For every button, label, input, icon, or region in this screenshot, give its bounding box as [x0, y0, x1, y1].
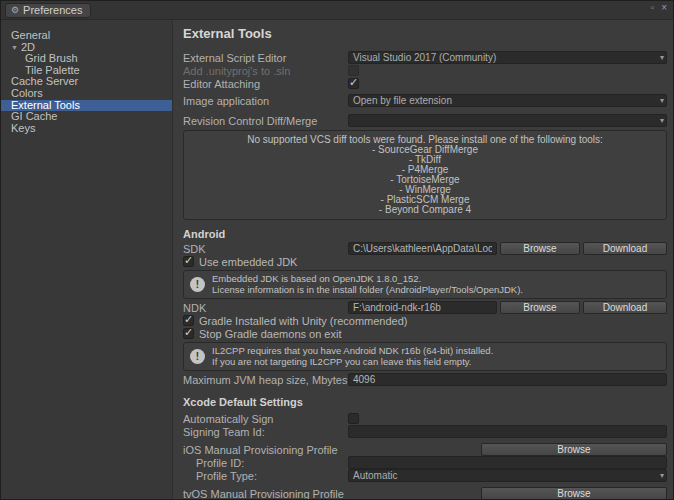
- image-application-row: Image application Open by file extension…: [183, 94, 667, 107]
- jvm-heap-label: Maximum JVM heap size, Mbytes: [183, 374, 348, 386]
- jvm-heap-input[interactable]: [348, 373, 667, 386]
- jdk-info-box: ! Embedded JDK is based on OpenJDK 1.8.0…: [183, 270, 667, 299]
- diff-merge-dropdown[interactable]: ▾: [348, 114, 667, 127]
- sidebar-item-keys[interactable]: Keys: [1, 123, 172, 135]
- ios-profile-label: iOS Manual Provisioning Profile: [183, 444, 348, 456]
- sidebar-item-external-tools[interactable]: External Tools: [1, 100, 172, 112]
- sdk-path-input[interactable]: [348, 242, 497, 255]
- ndk-label: NDK: [183, 302, 348, 314]
- ios-profile-row: iOS Manual Provisioning Profile Browse: [183, 443, 667, 456]
- sidebar-item-label: GI Cache: [11, 111, 57, 122]
- sidebar-item-label: General: [11, 30, 50, 41]
- sidebar-item-grid-brush[interactable]: Grid Brush: [1, 53, 172, 65]
- tvos-profile-row: tvOS Manual Provisioning Profile Browse: [183, 487, 667, 499]
- ndk-browse-button[interactable]: Browse: [500, 301, 580, 314]
- use-embedded-jdk-row: ✓ Use embedded JDK: [183, 255, 667, 268]
- sidebar-item-colors[interactable]: Colors: [1, 88, 172, 100]
- gradle-installed-checkbox[interactable]: ✓: [183, 315, 194, 326]
- checkmark-icon: ✓: [184, 254, 193, 267]
- close-icon[interactable]: ×: [661, 2, 667, 13]
- maximize-icon[interactable]: ▫: [651, 2, 655, 13]
- editor-attaching-label: Editor Attaching: [183, 78, 348, 90]
- vcs-tool-item: - Beyond Compare 4: [190, 205, 660, 215]
- android-section-heading: Android: [183, 228, 667, 240]
- sidebar-item-general[interactable]: General: [1, 30, 172, 42]
- sidebar-item-label: Cache Server: [11, 76, 78, 87]
- chevron-down-icon: ▾: [660, 470, 664, 482]
- image-application-dropdown[interactable]: Open by file extension ▾: [348, 94, 667, 107]
- preferences-window: ⚙ Preferences ▫ × General ▼2D Grid Brush…: [0, 0, 674, 500]
- dropdown-value: Automatic: [353, 470, 397, 481]
- il2cpp-info-line: IL2CPP requires that you have Android ND…: [212, 346, 493, 357]
- ios-profile-type-row: Profile Type: Automatic ▾: [183, 469, 667, 482]
- chevron-down-icon: ▾: [660, 115, 664, 127]
- editor-attaching-row: Editor Attaching ✓: [183, 77, 667, 90]
- sidebar-item-cache-server[interactable]: Cache Server: [1, 76, 172, 88]
- sidebar-item-2d[interactable]: ▼2D: [1, 42, 172, 54]
- sidebar-item-label: Tile Palette: [25, 65, 80, 76]
- auto-sign-checkbox[interactable]: [348, 413, 359, 424]
- window-body: General ▼2D Grid Brush Tile Palette Cach…: [1, 20, 673, 499]
- preferences-icon: ⚙: [11, 3, 19, 18]
- image-application-label: Image application: [183, 95, 348, 107]
- xcode-section-heading: Xcode Default Settings: [183, 396, 667, 408]
- checkmark-icon: ✓: [184, 313, 193, 326]
- diff-merge-label: Revision Control Diff/Merge: [183, 115, 348, 127]
- vcs-help-box: No supported VCS diff tools were found. …: [183, 130, 667, 220]
- preferences-sidebar: General ▼2D Grid Brush Tile Palette Cach…: [1, 20, 173, 499]
- ios-profile-type-dropdown[interactable]: Automatic ▾: [348, 469, 667, 482]
- sidebar-item-label: Grid Brush: [25, 53, 78, 64]
- external-script-editor-dropdown[interactable]: Visual Studio 2017 (Community) ▾: [348, 51, 667, 64]
- ndk-path-input[interactable]: [348, 301, 497, 314]
- use-embedded-jdk-checkbox[interactable]: ✓: [183, 256, 194, 267]
- stop-gradle-label: Stop Gradle daemons on exit: [199, 328, 341, 340]
- external-script-editor-row: External Script Editor Visual Studio 201…: [183, 51, 667, 64]
- dropdown-value: Open by file extension: [353, 95, 452, 106]
- sidebar-item-gi-cache[interactable]: GI Cache: [1, 111, 172, 123]
- signing-team-label: Signing Team Id:: [183, 426, 348, 438]
- sidebar-item-label: 2D: [21, 42, 35, 53]
- info-icon: !: [190, 349, 205, 364]
- info-glyph: !: [196, 279, 199, 290]
- external-tools-panel: External Tools External Script Editor Vi…: [173, 20, 673, 499]
- unityproj-checkbox: [348, 65, 359, 76]
- use-embedded-jdk-label: Use embedded JDK: [199, 256, 297, 268]
- jdk-info-line: Embedded JDK is based on OpenJDK 1.8.0_1…: [212, 274, 523, 285]
- preferences-tab[interactable]: ⚙ Preferences: [5, 3, 91, 18]
- sidebar-item-label: External Tools: [11, 100, 80, 111]
- ios-profile-id-input[interactable]: [348, 456, 667, 469]
- ios-profile-browse-button[interactable]: Browse: [481, 443, 667, 456]
- unityproj-row: Add .unityproj's to .sln: [183, 64, 667, 77]
- jdk-info-line: License information is in the install fo…: [212, 285, 523, 296]
- sdk-download-button[interactable]: Download: [583, 242, 667, 255]
- sidebar-item-label: Keys: [11, 123, 35, 134]
- checkmark-icon: ✓: [184, 326, 193, 339]
- chevron-down-icon: ▾: [660, 95, 664, 107]
- window-controls: ▫ ×: [651, 2, 667, 13]
- external-script-editor-label: External Script Editor: [183, 52, 348, 64]
- il2cpp-info-box: ! IL2CPP requires that you have Android …: [183, 342, 667, 371]
- chevron-down-icon: ▾: [660, 52, 664, 64]
- checkmark-icon: ✓: [349, 76, 358, 89]
- tvos-profile-browse-button[interactable]: Browse: [481, 487, 667, 499]
- sdk-label: SDK: [183, 243, 348, 255]
- titlebar: ⚙ Preferences ▫ ×: [1, 1, 673, 20]
- dropdown-value: Visual Studio 2017 (Community): [353, 52, 496, 63]
- sidebar-item-tile-palette[interactable]: Tile Palette: [1, 65, 172, 77]
- diff-merge-row: Revision Control Diff/Merge ▾: [183, 114, 667, 127]
- page-title: External Tools: [183, 26, 667, 41]
- sidebar-item-label: Colors: [11, 88, 43, 99]
- auto-sign-row: Automatically Sign: [183, 412, 667, 425]
- info-icon: !: [190, 277, 205, 292]
- gradle-installed-label: Gradle Installed with Unity (recommended…: [199, 315, 407, 327]
- stop-gradle-checkbox[interactable]: ✓: [183, 328, 194, 339]
- sdk-browse-button[interactable]: Browse: [500, 242, 580, 255]
- unityproj-label: Add .unityproj's to .sln: [183, 65, 348, 77]
- tvos-profile-label: tvOS Manual Provisioning Profile: [183, 488, 348, 500]
- foldout-open-icon[interactable]: ▼: [11, 42, 21, 54]
- il2cpp-info-line: If you are not targeting IL2CPP you can …: [212, 357, 493, 368]
- gradle-row: ✓ Gradle Installed with Unity (recommend…: [183, 314, 667, 327]
- signing-team-input[interactable]: [348, 425, 667, 438]
- ndk-download-button[interactable]: Download: [583, 301, 667, 314]
- editor-attaching-checkbox[interactable]: ✓: [348, 78, 359, 89]
